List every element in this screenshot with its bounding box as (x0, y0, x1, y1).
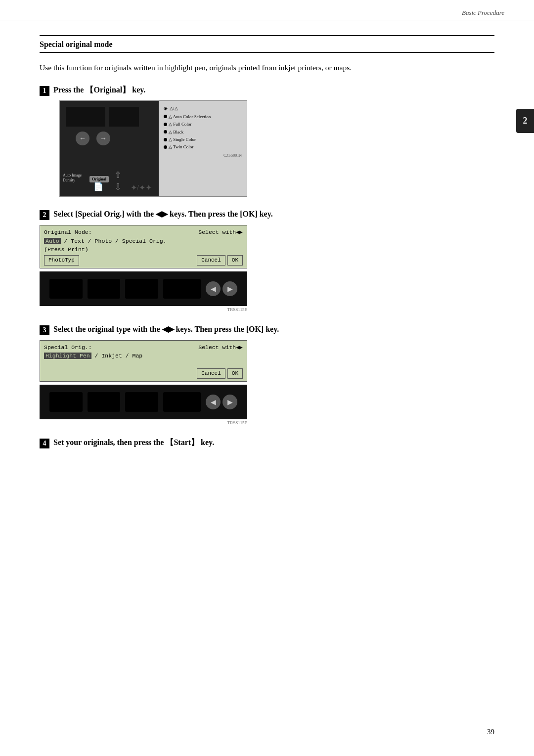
color-label: △ Auto Color Selection (169, 113, 211, 120)
page: Basic Procedure 2 Special original mode … (0, 0, 534, 756)
lcd-spacer (81, 255, 195, 266)
device-lr-arrows: ← → (76, 132, 153, 145)
color-item-4: △ Single Color (164, 136, 242, 143)
panel3-btn-4[interactable] (163, 392, 201, 412)
circle-icon: ◉ (164, 105, 168, 112)
document-icon: 📄 (93, 182, 103, 191)
lr-arrows-3: ◀ ▶ (206, 395, 237, 409)
lcd3-cancel-btn[interactable]: Cancel (197, 368, 225, 379)
lcd-ok-btn[interactable]: OK (227, 255, 243, 266)
panel3-btn-2[interactable] (88, 392, 121, 412)
step-2-text: Select [Special Orig.] with the ◀▶ keys.… (53, 209, 273, 220)
step-4-number: 4 (40, 439, 49, 448)
step-4-text: Set your originals, then press the 【Star… (53, 437, 214, 448)
lcd3-options: / Inkjet / Map (91, 353, 143, 359)
color-item-5: △ Twin Color (164, 143, 242, 150)
up-arrow[interactable]: ⇧ (114, 170, 122, 180)
color-icons-symbol: △/△ (170, 105, 178, 112)
color-dot (164, 115, 167, 118)
device-left-panel: ← → Auto ImageDensity Original 📄 ⇧ ⇩ ✦/✦… (60, 101, 159, 196)
dark-block-2 (109, 107, 139, 127)
color-item-2: △ Full Color (164, 121, 242, 128)
dark-block-1 (66, 107, 105, 127)
device-right-panel: ◉ △/△ △ Auto Color Selection △ Full Colo… (159, 101, 247, 196)
step-3: 3 Select the original type with the ◀▶ k… (40, 324, 494, 425)
lcd-buttons-row: PhotoTyp Cancel OK (44, 255, 243, 266)
step-4-header: 4 Set your originals, then press the 【St… (40, 437, 494, 448)
step-2-number: 2 (40, 210, 49, 220)
color-label: △ Twin Color (169, 143, 193, 150)
lcd-auto-highlight: Auto (44, 238, 61, 244)
step-1: 1 Press the 【Original】 key. ← → (40, 85, 494, 197)
color-dot (164, 145, 167, 149)
image-code-1: CZSS001N (164, 153, 242, 159)
section-heading: Special original mode (40, 35, 494, 53)
color-dot (164, 123, 167, 126)
step-3-lcd: Special Orig.: Select with◀▶ Highlight P… (40, 340, 247, 382)
color-dot (164, 138, 167, 141)
color-item-3: △ Black (164, 129, 242, 135)
lcd-row-1: Original Mode: Select with◀▶ (44, 228, 243, 237)
lcd3-highlight: Highlight Pen (44, 353, 91, 359)
auto-image-label: Auto ImageDensity (63, 173, 82, 182)
lcd3-buttons-row: Cancel OK (44, 368, 243, 379)
color-label: △ Single Color (169, 136, 196, 143)
lcd3-ok-btn[interactable]: OK (227, 368, 243, 379)
right-arrow-btn[interactable]: → (96, 132, 110, 145)
right-arrow-circle[interactable]: ▶ (222, 281, 237, 296)
panel-btn-3[interactable] (125, 279, 158, 299)
lcd3-select-hint: Select with◀▶ (198, 343, 243, 352)
color-item-1: △ Auto Color Selection (164, 113, 242, 120)
lcd-cancel-btn[interactable]: Cancel (197, 255, 225, 266)
down-arrow[interactable]: ⇩ (114, 181, 122, 192)
lcd-phototyp-btn[interactable]: PhotoTyp (44, 255, 79, 266)
step-2-header: 2 Select [Special Orig.] with the ◀▶ key… (40, 209, 494, 220)
step-1-number: 1 (40, 86, 49, 96)
header-title: Basic Procedure (462, 9, 504, 17)
step-1-header: 1 Press the 【Original】 key. (40, 85, 494, 95)
step-3-panel: ◀ ▶ (40, 385, 247, 419)
panel3-btn-3[interactable] (125, 392, 158, 412)
star-icon: ✦/✦✦ (131, 183, 152, 192)
step-3-header: 3 Select the original type with the ◀▶ k… (40, 324, 494, 335)
color-label: △ Full Color (169, 121, 192, 128)
right-arrow-circle-3[interactable]: ▶ (222, 395, 237, 409)
step-3-number: 3 (40, 325, 49, 335)
lcd-row-2: Auto / Text / Photo / Special Orig. (44, 237, 243, 246)
lr-arrows-2: ◀ ▶ (206, 281, 237, 296)
lcd3-row-3 (44, 360, 243, 367)
lcd3-spacer (44, 368, 195, 379)
panel-btn-4[interactable] (163, 279, 201, 299)
panel3-btn-1[interactable] (49, 392, 83, 412)
lcd3-row-2: Highlight Pen / Inkjet / Map (44, 352, 243, 360)
side-tab-number: 2 (516, 109, 534, 133)
step-1-device-image: ← → Auto ImageDensity Original 📄 ⇧ ⇩ ✦/✦… (59, 100, 247, 197)
color-dot (164, 130, 167, 133)
left-arrow-circle[interactable]: ◀ (206, 281, 221, 296)
lcd-select-hint: Select with◀▶ (198, 228, 243, 237)
device-dark-blocks (66, 107, 153, 127)
step-2: 2 Select [Special Orig.] with the ◀▶ key… (40, 209, 494, 312)
panel-btn-2[interactable] (88, 279, 121, 299)
step-2-lcd: Original Mode: Select with◀▶ Auto / Text… (40, 225, 247, 268)
lcd3-label: Special Orig.: (44, 343, 92, 352)
up-down-arrows: ⇧ ⇩ (114, 170, 122, 192)
left-arrow-btn[interactable]: ← (76, 132, 89, 145)
step-4: 4 Set your originals, then press the 【St… (40, 437, 494, 448)
color-label: △ Black (169, 129, 183, 135)
lcd-options: / Text / Photo / Special Orig. (61, 238, 167, 244)
intro-paragraph: Use this function for originals written … (40, 62, 494, 74)
page-number: 39 (487, 728, 494, 736)
image-code-3: TRSS115E (40, 420, 247, 425)
page-header: Basic Procedure (0, 0, 534, 20)
section-heading-text: Special original mode (40, 40, 113, 48)
step-1-text: Press the 【Original】 key. (53, 85, 145, 95)
lcd-row-3: (Press Print) (44, 245, 243, 254)
color-icons-header: ◉ △/△ (164, 105, 242, 112)
left-arrow-circle-3[interactable]: ◀ (206, 395, 221, 409)
panel-btn-1[interactable] (49, 279, 83, 299)
lcd-label: Original Mode: (44, 228, 92, 237)
step-2-panel: ◀ ▶ (40, 271, 247, 306)
image-code-2: TRSS115E (40, 307, 247, 312)
lcd3-row-1: Special Orig.: Select with◀▶ (44, 343, 243, 352)
